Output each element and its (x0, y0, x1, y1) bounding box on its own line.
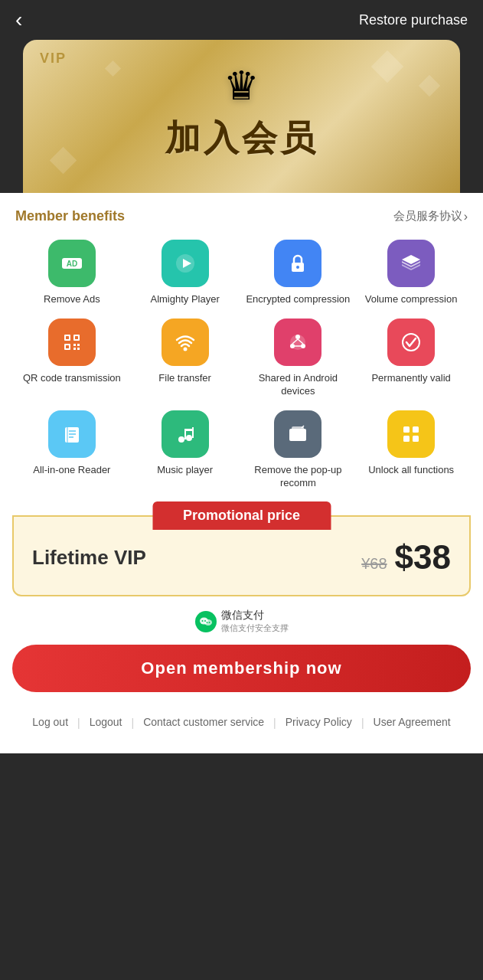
svg-rect-12 (75, 336, 78, 339)
music-player-icon (162, 410, 209, 458)
benefit-label-volume-compression: Volume compression (365, 293, 458, 306)
wechat-text-block: 微信支付 微信支付安全支撑 (221, 609, 289, 634)
svg-point-19 (183, 347, 187, 351)
svg-point-27 (403, 334, 419, 351)
benefit-label-music-player: Music player (157, 464, 213, 477)
service-agreement-link[interactable]: 会员服务协议 › (393, 209, 468, 224)
svg-text:AD: AD (67, 260, 77, 268)
benefits-title: Member benefits (15, 208, 125, 224)
svg-rect-10 (66, 336, 69, 339)
share-icon-svg (285, 329, 311, 355)
header: ‹ Restore purchase (0, 0, 483, 40)
benefit-remove-popup: Remove the pop-up recomm (245, 410, 352, 490)
benefit-file-transfer: File transfer (132, 318, 239, 398)
wechat-icon (195, 611, 217, 632)
open-membership-button[interactable]: Open membership now (12, 645, 471, 692)
svg-rect-14 (66, 345, 69, 348)
svg-point-34 (186, 435, 192, 441)
svg-point-21 (295, 335, 300, 339)
lock-icon-svg (285, 250, 311, 276)
svg-point-50 (208, 622, 210, 623)
svg-rect-42 (413, 426, 419, 433)
decorative-diamond-3 (50, 147, 77, 174)
back-button[interactable]: ‹ (15, 9, 22, 31)
logout2-link[interactable]: Logout (80, 715, 132, 730)
user-agreement-link[interactable]: User Agreement (364, 715, 460, 730)
checkmark-icon-svg (398, 329, 424, 355)
svg-point-49 (206, 622, 207, 623)
contact-customer-service-link[interactable]: Contact customer service (134, 715, 273, 730)
privacy-policy-link[interactable]: Privacy Policy (276, 715, 361, 730)
remove-popup-icon (274, 410, 321, 458)
volume-compression-icon (387, 240, 435, 287)
benefit-unlock-all: Unlock all functions (357, 410, 465, 490)
unlock-all-icon (387, 410, 435, 458)
decorative-diamond-4 (105, 60, 121, 77)
wechat-pay-subtitle: 微信支付安全支撑 (221, 622, 289, 634)
ad-icon-svg: AD (59, 250, 85, 276)
svg-point-48 (204, 620, 206, 622)
benefit-label-encrypted-compression: Encrypted compression (246, 293, 350, 306)
svg-rect-18 (77, 348, 80, 350)
wechat-pay: 微信支付 微信支付安全支撑 (0, 609, 483, 634)
lifetime-vip-label: Lifetime VIP (32, 546, 146, 570)
shared-android-icon (274, 318, 321, 366)
popup-icon-svg (285, 421, 311, 447)
benefit-permanently-valid: Permanently valid (357, 318, 465, 398)
benefit-label-remove-ads: Remove Ads (44, 293, 100, 306)
svg-rect-29 (67, 427, 68, 443)
vip-label: VIP (40, 51, 67, 67)
svg-rect-43 (403, 436, 410, 442)
grid-icon-svg (398, 421, 424, 447)
permanently-valid-icon (387, 318, 435, 366)
svg-rect-41 (403, 426, 410, 433)
restore-purchase-button[interactable]: Restore purchase (359, 12, 468, 28)
qr-code-icon (48, 318, 96, 366)
svg-point-33 (178, 436, 184, 443)
book-icon-svg (59, 421, 85, 447)
remove-ads-icon: AD (48, 240, 96, 287)
decorative-diamond-1 (371, 51, 403, 83)
pricing-right: ¥68 $38 (361, 538, 451, 577)
wechat-logo-svg (199, 615, 213, 629)
pricing-section: Promotional price Lifetime VIP ¥68 $38 (12, 515, 471, 596)
benefits-header: Member benefits 会员服务协议 › (15, 208, 468, 224)
almighty-player-icon (162, 240, 209, 287)
benefit-label-shared-android: Shared in Android devices (245, 372, 352, 398)
benefit-label-qr-code: QR code transmission (23, 372, 121, 385)
benefit-all-in-one-reader: All-in-one Reader (18, 410, 126, 490)
promo-tag: Promotional price (152, 501, 331, 530)
svg-rect-37 (184, 429, 194, 431)
vip-title: 加入会员 (165, 115, 318, 162)
current-price: $38 (395, 538, 451, 577)
benefit-label-remove-popup: Remove the pop-up recomm (245, 464, 352, 490)
benefit-label-unlock-all: Unlock all functions (368, 464, 454, 477)
decorative-diamond-2 (419, 75, 440, 96)
benefit-label-file-transfer: File transfer (158, 372, 211, 385)
qr-icon-svg (59, 329, 85, 355)
benefit-remove-ads: AD Remove Ads (18, 240, 126, 306)
footer-links: Log out | Logout | Contact customer serv… (0, 703, 483, 753)
original-price: ¥68 (361, 555, 387, 573)
file-transfer-icon (162, 318, 209, 366)
vip-banner: VIP ♛ 加入会员 (23, 40, 460, 193)
service-agreement-label: 会员服务协议 (393, 209, 462, 224)
benefit-label-all-in-one-reader: All-in-one Reader (33, 464, 110, 477)
reader-icon (48, 410, 96, 458)
svg-rect-44 (413, 436, 419, 442)
crown-icon: ♛ (224, 63, 259, 109)
benefit-label-almighty-player: Almighty Player (150, 293, 219, 306)
svg-rect-16 (77, 344, 80, 346)
wechat-pay-name: 微信支付 (221, 609, 264, 622)
play-icon-svg (172, 250, 198, 276)
benefits-section: Member benefits 会员服务协议 › AD Remove Ads (0, 193, 483, 497)
music-icon-svg (172, 421, 198, 447)
logout-link[interactable]: Log out (23, 715, 77, 730)
svg-rect-15 (73, 344, 76, 346)
svg-point-5 (296, 266, 299, 269)
encrypted-compression-icon (274, 240, 321, 287)
main-card: Member benefits 会员服务协议 › AD Remove Ads (0, 193, 483, 753)
layers-icon-svg (398, 250, 424, 276)
wifi-icon-svg (172, 329, 198, 355)
benefit-qr-code: QR code transmission (18, 318, 126, 398)
